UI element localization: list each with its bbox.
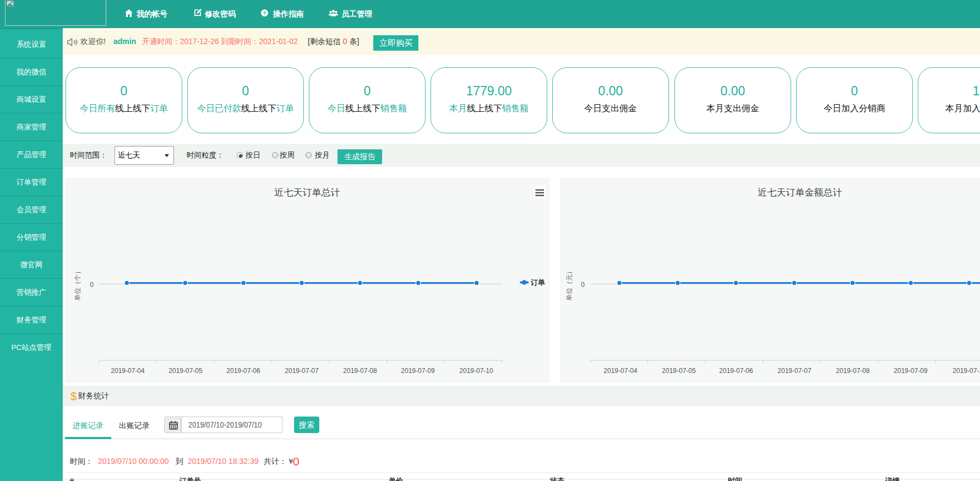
svg-text:2019-07-08: 2019-07-08 (836, 367, 870, 375)
svg-text:2019-07-06: 2019-07-06 (226, 367, 260, 375)
svg-text:单位（个）: 单位（个） (74, 268, 81, 301)
svg-text:2019-07-07: 2019-07-07 (777, 367, 812, 375)
svg-text:2019-07-07: 2019-07-07 (285, 367, 319, 375)
svg-text:2019-07-10: 2019-07-10 (459, 367, 493, 375)
svg-text:订单: 订单 (530, 278, 545, 287)
svg-text:?: ? (263, 10, 266, 16)
svg-text:2019-07-04: 2019-07-04 (603, 367, 638, 375)
svg-text:2019-07-05: 2019-07-05 (168, 367, 203, 375)
svg-text:2019-07-05: 2019-07-05 (662, 367, 696, 375)
svg-text:2019-07-06: 2019-07-06 (719, 367, 753, 375)
svg-text:2019-07-08: 2019-07-08 (343, 367, 377, 375)
svg-text:2019-07-10: 2019-07-10 (952, 367, 980, 375)
svg-text:0: 0 (90, 281, 94, 289)
svg-text:近七天订单总计: 近七天订单总计 (275, 187, 340, 198)
svg-text:2019-07-09: 2019-07-09 (401, 367, 435, 375)
svg-text:2019-07-09: 2019-07-09 (894, 367, 928, 375)
svg-text:近七天订单金额总计: 近七天订单金额总计 (758, 187, 842, 198)
svg-text:0: 0 (581, 281, 585, 289)
svg-text:单位（元）: 单位（元） (565, 268, 573, 301)
svg-text:2019-07-04: 2019-07-04 (111, 367, 145, 375)
